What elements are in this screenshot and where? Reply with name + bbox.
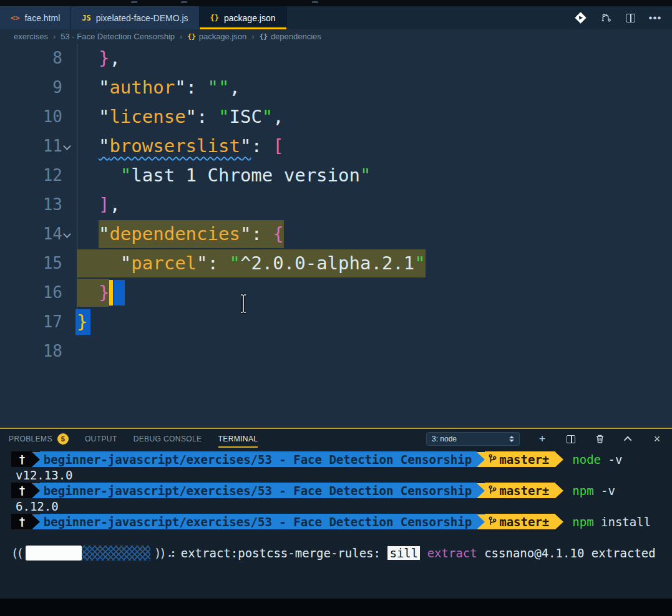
command-arg: -v — [601, 453, 622, 466]
code-line-14[interactable]: 14 "dependencies": { — [0, 219, 672, 249]
prompt-user-glyph: † — [11, 514, 32, 529]
gauge-close-paren: )) — [154, 546, 165, 560]
breadcrumb-label: package.json — [199, 32, 247, 41]
breadcrumb-item[interactable]: {}package.json — [187, 32, 246, 41]
breadcrumb-separator: › — [251, 32, 254, 41]
top-strip-artifact — [312, 1, 318, 3]
powerline-arrow-icon — [32, 483, 40, 498]
command-name: npm — [572, 515, 593, 529]
editor-caret — [109, 280, 113, 306]
npm-progress-line: (())⠴extract:postcss-merge-rules: sill e… — [0, 545, 672, 561]
bracket-match-highlight — [114, 280, 124, 306]
split-terminal-icon[interactable] — [565, 433, 577, 445]
panel-tab-terminal[interactable]: TERMINAL — [218, 429, 258, 449]
json-icon: {} — [210, 14, 219, 22]
terminal-output-line: 6.12.0 — [0, 498, 672, 514]
command-name: npm — [572, 484, 593, 498]
breadcrumb-separator: › — [53, 32, 56, 41]
powerline-arrow-icon — [32, 514, 40, 529]
token-gq: " — [262, 106, 273, 127]
code-line-9[interactable]: 9 "author": "", — [0, 73, 672, 102]
tab-pixelated-face-DEMO.js[interactable]: JSpixelated-face-DEMO.js — [71, 6, 199, 29]
token-p: , — [109, 47, 120, 69]
braces-icon: {} — [187, 32, 195, 41]
fold-chevron-icon[interactable] — [63, 230, 71, 238]
more-actions-icon[interactable]: ••• — [650, 12, 661, 24]
token-q: " — [99, 135, 109, 156]
code-editor[interactable]: 8 },9 "author": "",10 "license": "ISC",1… — [0, 44, 672, 428]
terminal-output-text: v12.13.0 — [16, 468, 73, 482]
fold-chevron-icon[interactable] — [63, 142, 71, 150]
breadcrumb-item[interactable]: {}dependencies — [260, 32, 321, 41]
tab-package.json[interactable]: {}package.json — [200, 6, 287, 29]
code-line-16[interactable]: 16 } — [0, 278, 672, 307]
panel-tab-label: PROBLEMS — [9, 429, 52, 449]
tab-label: pixelated-face-DEMO.js — [96, 13, 188, 23]
token-q: " — [240, 135, 251, 156]
code-line-12[interactable]: 12 "last 1 Chrome version" — [0, 161, 672, 190]
token-key: author — [109, 77, 175, 98]
token-q: " — [175, 77, 185, 98]
code-line-17[interactable]: 17} — [0, 307, 672, 337]
panel-tab-debug-console[interactable]: DEBUG CONSOLE — [134, 429, 202, 449]
powerline-arrow-icon — [477, 483, 485, 498]
code-line-10[interactable]: 10 "license": "ISC", — [0, 102, 672, 132]
token-p: : — [197, 106, 218, 127]
prompt-git-segment: master± — [485, 514, 555, 529]
close-panel-icon[interactable]: × — [651, 433, 663, 445]
js-icon: JS — [82, 14, 90, 22]
token-key: license — [109, 106, 185, 127]
split-editor-icon[interactable] — [625, 12, 636, 24]
panel-tab-problems[interactable]: PROBLEMS5 — [9, 429, 69, 449]
panel-header: PROBLEMS5OUTPUTDEBUG CONSOLETERMINAL 3: … — [0, 429, 672, 449]
top-strip-artifact — [131, 1, 137, 3]
token-p — [77, 253, 120, 274]
token-brace: } — [99, 282, 109, 303]
breadcrumb-item[interactable]: exercises — [14, 32, 48, 41]
panel-tab-output[interactable]: OUTPUT — [85, 429, 117, 449]
breadcrumb-label: 53 - Face Detection Censorship — [61, 32, 175, 41]
token-q: " — [186, 106, 197, 127]
token-q: " — [99, 106, 109, 127]
problems-badge: 5 — [57, 433, 69, 445]
breadcrumb-item[interactable]: 53 - Face Detection Censorship — [61, 32, 175, 41]
code-line-8[interactable]: 8 }, — [0, 44, 672, 73]
prompt-git-segment: master± — [485, 483, 555, 498]
panel-tab-label: DEBUG CONSOLE — [134, 429, 202, 449]
token-gq: " — [120, 165, 131, 186]
code-text: "last 1 Chrome version" — [77, 161, 371, 190]
token-p — [77, 135, 99, 156]
spinner-glyph: ⠴ — [167, 546, 176, 560]
terminal-select[interactable]: 3: node — [426, 432, 520, 446]
token-p — [77, 106, 99, 127]
run-code-icon[interactable] — [575, 12, 586, 24]
new-terminal-icon[interactable]: + — [536, 433, 548, 445]
code-line-13[interactable]: 13 ], — [0, 190, 672, 219]
panel-tab-label: TERMINAL — [218, 429, 258, 449]
gauge-remainder — [82, 546, 150, 561]
tab-face.html[interactable]: <>face.html — [0, 6, 71, 29]
token-gq: " — [208, 77, 218, 98]
prompt-path: beginner-javascript/exercises/53 - Face … — [40, 514, 477, 529]
code-line-18[interactable]: 18 — [0, 337, 672, 366]
terminal-prompt-line: †beginner-javascript/exercises/53 - Face… — [0, 451, 672, 467]
open-changes-icon[interactable] — [600, 12, 611, 24]
progress-text-segment: extract:postcss-merge-rules: — [181, 546, 388, 560]
maximize-panel-icon[interactable] — [622, 433, 635, 445]
line-number: 14 — [0, 219, 62, 249]
token-p: : — [208, 253, 230, 274]
editor-actions: ••• — [287, 6, 672, 29]
kill-terminal-icon[interactable] — [593, 433, 606, 445]
token-p — [77, 223, 99, 244]
token-gq: " — [229, 253, 240, 274]
editor-tab-bar: <>face.htmlJSpixelated-face-DEMO.js{}pac… — [0, 6, 672, 29]
token-p: : — [251, 223, 273, 244]
git-branch-icon — [489, 516, 497, 527]
git-branch-icon — [489, 454, 497, 464]
powerline-arrow-icon — [555, 514, 563, 529]
terminal-output[interactable]: †beginner-javascript/exercises/53 - Face… — [0, 449, 672, 599]
code-line-11[interactable]: 11 "browserslist": [ — [0, 132, 672, 161]
terminal-prompt-line: †beginner-javascript/exercises/53 - Face… — [0, 483, 672, 498]
prompt-branch-label: master± — [499, 484, 549, 498]
code-line-15[interactable]: 15 "parcel": "^2.0.0-alpha.2.1" — [0, 249, 672, 278]
